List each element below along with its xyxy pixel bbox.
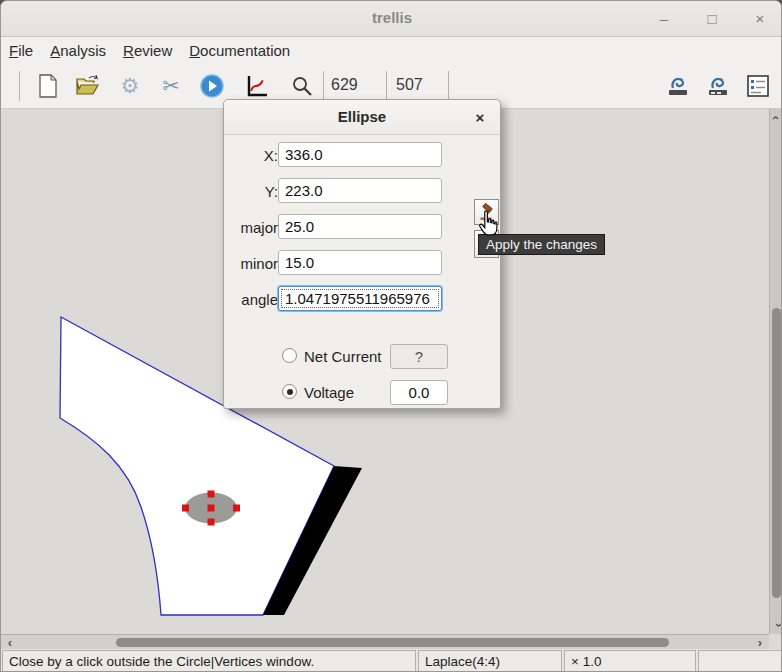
- application-window: trellis – □ × File Analysis Review Docum…: [0, 0, 782, 672]
- hand-cursor: [477, 210, 499, 241]
- voltage-value-input[interactable]: [390, 380, 448, 405]
- y-field-label: Y:: [230, 183, 278, 200]
- status-zoom-level: × 1.0: [564, 650, 696, 672]
- scissors-icon: ✂: [162, 74, 180, 98]
- maximize-button[interactable]: □: [699, 5, 725, 31]
- pointer-x-readout: 629: [331, 76, 358, 94]
- grab-hand-icon: [666, 74, 690, 98]
- net-current-radio[interactable]: [282, 348, 297, 363]
- new-document-button[interactable]: [35, 73, 61, 99]
- menu-bar: File Analysis Review Documentation: [1, 37, 782, 63]
- pointer-y-readout: 507: [396, 76, 423, 94]
- grab-save-strip-button[interactable]: [705, 73, 731, 99]
- status-solver-mode: Laplace(4:4): [418, 650, 562, 672]
- toolbar-separator: [448, 71, 449, 101]
- net-current-value-input[interactable]: [390, 344, 448, 369]
- plot-button[interactable]: [244, 73, 270, 99]
- dialog-titlebar[interactable]: Ellipse ×: [224, 100, 500, 135]
- vertical-scrollbar[interactable]: ‹ ‹: [769, 109, 782, 634]
- x-field-input[interactable]: [278, 142, 442, 167]
- close-button[interactable]: ×: [747, 5, 773, 31]
- pointer-hand-icon: [477, 210, 499, 237]
- window-controls: – □ ×: [651, 5, 773, 31]
- menu-analysis[interactable]: Analysis: [50, 40, 115, 61]
- toolbar-separator: [386, 71, 387, 101]
- new-document-icon: [38, 74, 58, 98]
- status-bar: Close by a click outside the Circle|Vert…: [1, 649, 782, 672]
- horizontal-scroll-thumb[interactable]: [116, 638, 669, 647]
- scroll-up-arrow[interactable]: ‹: [770, 111, 782, 125]
- ellipse-dialog: Ellipse × X: Y: major minor angle Net Cu…: [223, 99, 501, 409]
- scroll-right-arrow[interactable]: ›: [753, 635, 767, 649]
- major-field-input[interactable]: [278, 214, 442, 239]
- zoom-button[interactable]: [289, 73, 315, 99]
- minor-field-label: minor: [230, 255, 278, 272]
- minimize-button[interactable]: –: [651, 5, 677, 31]
- menu-file[interactable]: File: [9, 40, 42, 61]
- toolbar-separator: [323, 71, 324, 101]
- y-field-input[interactable]: [278, 178, 442, 203]
- play-icon: [200, 74, 224, 98]
- angle-field-input[interactable]: [278, 286, 442, 311]
- scroll-down-arrow[interactable]: ‹: [770, 618, 782, 632]
- status-empty-cell: [698, 650, 782, 672]
- voltage-label: Voltage: [304, 384, 354, 401]
- scroll-left-arrow[interactable]: ‹: [3, 635, 17, 649]
- net-current-label: Net Current: [304, 348, 382, 365]
- angle-field-label: angle: [230, 291, 278, 308]
- grab-hand-strip-icon: [706, 74, 730, 98]
- voltage-radio[interactable]: [282, 384, 297, 399]
- run-button[interactable]: [199, 73, 225, 99]
- menu-documentation[interactable]: Documentation: [189, 40, 299, 61]
- menu-review[interactable]: Review: [123, 40, 181, 61]
- settings-button[interactable]: ⚙: [117, 73, 143, 99]
- grab-save-button[interactable]: [665, 73, 691, 99]
- dialog-close-button[interactable]: ×: [470, 107, 490, 127]
- toolbar-separator: [19, 71, 20, 101]
- checklist-icon: [746, 74, 770, 98]
- open-folder-icon: [75, 75, 101, 97]
- x-field-label: X:: [230, 147, 278, 164]
- gear-icon: ⚙: [121, 74, 140, 98]
- window-titlebar[interactable]: trellis – □ ×: [1, 1, 782, 37]
- minor-field-input[interactable]: [278, 250, 442, 275]
- status-message: Close by a click outside the Circle|Vert…: [2, 650, 416, 672]
- horizontal-scrollbar[interactable]: ‹ ›: [1, 634, 769, 649]
- vertical-scroll-thumb[interactable]: [772, 308, 781, 598]
- search-icon: [291, 75, 313, 97]
- properties-list-button[interactable]: [745, 73, 771, 99]
- cut-button[interactable]: ✂: [158, 73, 184, 99]
- major-field-label: major: [230, 219, 278, 236]
- dialog-title: Ellipse: [224, 108, 500, 125]
- open-file-button[interactable]: [75, 73, 101, 99]
- chart-icon: [245, 74, 269, 98]
